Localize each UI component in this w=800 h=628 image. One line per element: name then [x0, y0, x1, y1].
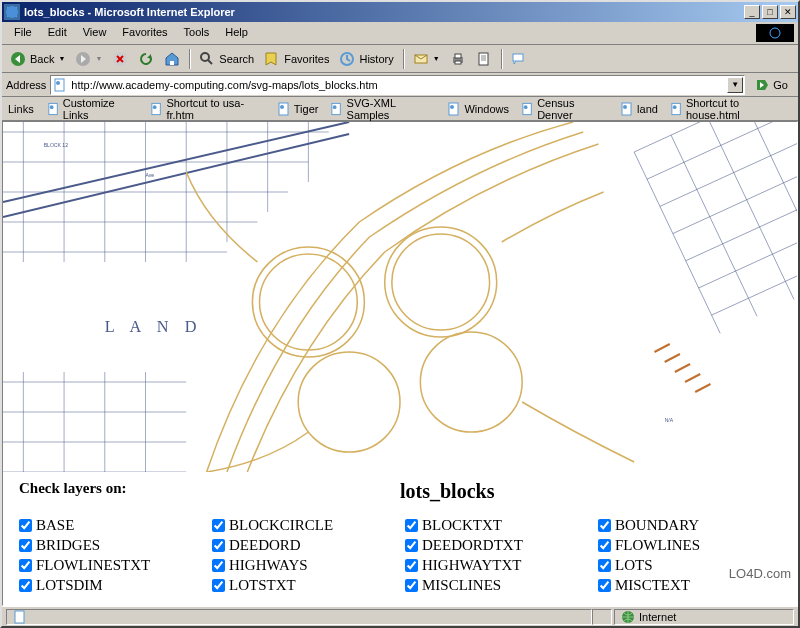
status-zone: Internet	[614, 609, 794, 625]
address-dropdown[interactable]: ▼	[727, 77, 743, 93]
link-item[interactable]: Shortcut to usa-fr.htm	[145, 95, 270, 123]
print-button[interactable]	[446, 49, 470, 69]
layer-label: FLOWLINES	[615, 537, 700, 554]
link-item[interactable]: Windows	[442, 95, 514, 123]
layer-checkbox[interactable]	[598, 579, 611, 592]
layer-checkbox[interactable]	[212, 579, 225, 592]
svg-point-17	[49, 105, 53, 109]
page-icon	[47, 102, 60, 116]
title-bar: lots_blocks - Microsoft Internet Explore…	[2, 2, 798, 22]
svg-point-23	[333, 105, 337, 109]
layer-checkbox-item: BOUNDARY	[598, 517, 781, 534]
svg-text:Ave: Ave	[146, 172, 155, 178]
layer-checkbox[interactable]	[19, 559, 32, 572]
favorites-button[interactable]: Favorites	[260, 49, 333, 69]
layer-checkbox[interactable]	[19, 539, 32, 552]
page-icon	[277, 102, 291, 116]
link-item[interactable]: Customize Links	[42, 95, 144, 123]
layer-label: LOTSDIM	[36, 577, 103, 594]
menu-view[interactable]: View	[75, 24, 115, 42]
svg-point-27	[524, 105, 528, 109]
history-button[interactable]: History	[335, 49, 397, 69]
layer-checkbox[interactable]	[598, 519, 611, 532]
go-button[interactable]: Go	[749, 76, 794, 94]
search-button[interactable]: Search	[195, 49, 258, 69]
layer-checkbox[interactable]	[19, 579, 32, 592]
layers-panel: Check layers on: lots_blocks BASEBLOCKCI…	[3, 472, 797, 602]
link-item[interactable]: SVG-XML Samples	[325, 95, 440, 123]
maximize-button[interactable]: □	[762, 5, 778, 19]
back-button[interactable]: Back ▼	[6, 49, 69, 69]
menu-favorites[interactable]: Favorites	[114, 24, 175, 42]
layer-checkbox-item: BRIDGES	[19, 537, 202, 554]
layers-grid: BASEBLOCKCIRCLEBLOCKTXTBOUNDARYBRIDGESDE…	[19, 517, 781, 594]
layer-label: BLOCKTXT	[422, 517, 502, 534]
layer-label: BOUNDARY	[615, 517, 699, 534]
layer-checkbox-item: HIGHWAYTXT	[405, 557, 588, 574]
layer-checkbox-item: BASE	[19, 517, 202, 534]
layer-label: LOTS	[615, 557, 653, 574]
layer-checkbox[interactable]	[212, 519, 225, 532]
page-icon	[150, 102, 163, 116]
svg-rect-26	[523, 103, 531, 114]
svg-rect-18	[152, 103, 160, 114]
link-item[interactable]: Shortcut to house.html	[665, 95, 794, 123]
menu-edit[interactable]: Edit	[40, 24, 75, 42]
menu-file[interactable]: File	[6, 24, 40, 42]
page-icon	[620, 102, 634, 116]
link-item[interactable]: Census Denver	[516, 95, 613, 123]
layer-checkbox-item: BLOCKCIRCLE	[212, 517, 395, 534]
svg-rect-14	[55, 79, 64, 91]
address-input[interactable]	[50, 75, 745, 95]
svg-point-19	[153, 105, 157, 109]
layer-checkbox[interactable]	[405, 539, 418, 552]
page-icon	[521, 102, 534, 116]
stop-button[interactable]	[108, 49, 132, 69]
layer-label: MISCTEXT	[615, 577, 690, 594]
forward-button[interactable]: ▼	[71, 49, 106, 69]
mail-button[interactable]: ▼	[409, 49, 444, 69]
link-item[interactable]: land	[615, 95, 663, 123]
svg-point-15	[56, 81, 60, 85]
layer-checkbox[interactable]	[212, 539, 225, 552]
minimize-button[interactable]: _	[744, 5, 760, 19]
layer-label: LOTSTXT	[229, 577, 296, 594]
watermark: LO4D.com	[729, 566, 791, 581]
address-label: Address	[6, 79, 46, 91]
menu-help[interactable]: Help	[217, 24, 256, 42]
menu-tools[interactable]: Tools	[176, 24, 218, 42]
page-title: lots_blocks	[400, 480, 781, 503]
layer-label: MISCLINES	[422, 577, 501, 594]
home-button[interactable]	[160, 49, 184, 69]
page-icon	[330, 102, 343, 116]
refresh-button[interactable]	[134, 49, 158, 69]
layer-checkbox[interactable]	[405, 559, 418, 572]
globe-icon	[621, 610, 635, 624]
navigation-toolbar: Back ▼ ▼ Search Favorites History	[2, 45, 798, 73]
svg-map[interactable]: L A N D BLOCK 12 Ave N/A	[3, 122, 797, 472]
layer-checkbox[interactable]	[212, 559, 225, 572]
svg-point-29	[623, 105, 627, 109]
content-area: L A N D BLOCK 12 Ave N/A Check layers on…	[2, 121, 798, 606]
layer-checkbox[interactable]	[405, 579, 418, 592]
svg-rect-20	[279, 103, 288, 115]
layer-checkbox[interactable]	[598, 559, 611, 572]
close-button[interactable]: ✕	[780, 5, 796, 19]
layer-checkbox[interactable]	[405, 519, 418, 532]
layer-checkbox[interactable]	[598, 539, 611, 552]
svg-point-21	[280, 105, 284, 109]
layer-checkbox-item: BLOCKTXT	[405, 517, 588, 534]
discuss-button[interactable]	[507, 49, 531, 69]
status-main	[6, 609, 592, 625]
layer-checkbox-item: HIGHWAYS	[212, 557, 395, 574]
layer-label: HIGHWAYTXT	[422, 557, 521, 574]
layer-checkbox[interactable]	[19, 519, 32, 532]
page-icon	[53, 78, 67, 92]
link-item[interactable]: Tiger	[272, 95, 324, 123]
edit-button[interactable]	[472, 49, 496, 69]
svg-rect-24	[449, 103, 458, 115]
layer-checkbox-item: FLOWLINESTXT	[19, 557, 202, 574]
svg-rect-28	[622, 103, 631, 115]
links-label: Links	[6, 101, 40, 117]
page-icon	[447, 102, 461, 116]
